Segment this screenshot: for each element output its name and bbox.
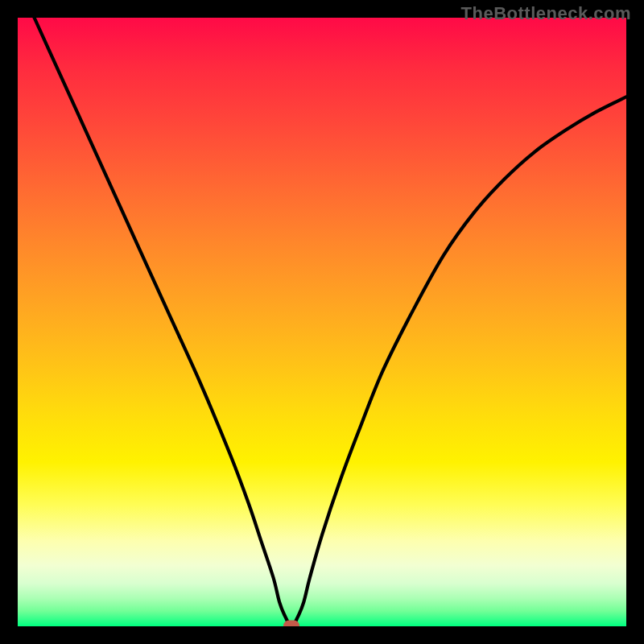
curve-line — [18, 18, 626, 626]
optimal-point-marker — [283, 621, 299, 627]
bottleneck-curve — [18, 18, 626, 626]
chart-frame: TheBottleneck.com — [0, 0, 644, 644]
plot-area — [18, 18, 626, 626]
watermark-label: TheBottleneck.com — [461, 3, 631, 24]
